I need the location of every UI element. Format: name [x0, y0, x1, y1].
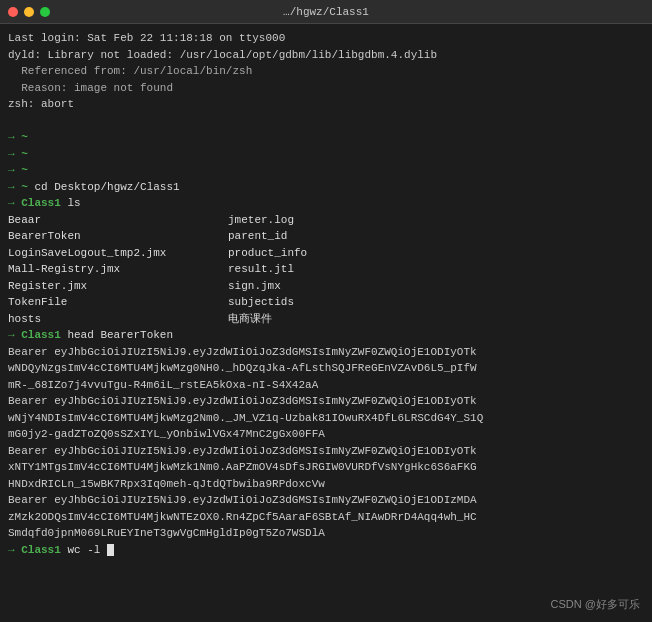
terminal-line: → Class1 wc -l	[8, 542, 644, 559]
terminal-line: LoginSaveLogout_tmp2.jmxproduct_info	[8, 245, 644, 262]
terminal-line: Bearer eyJhbGciOiJIUzI5NiJ9.eyJzdWIiOiJo…	[8, 393, 644, 410]
terminal-line: Bearer eyJhbGciOiJIUzI5NiJ9.eyJzdWIiOiJo…	[8, 443, 644, 460]
terminal-line: Bearer eyJhbGciOiJIUzI5NiJ9.eyJzdWIiOiJo…	[8, 492, 644, 509]
terminal-line: → Class1 head BearerToken	[8, 327, 644, 344]
terminal-line: → Class1 ls	[8, 195, 644, 212]
terminal-line: wNDQyNzgsImV4cCI6MTU4MjkwMzg0NH0._hDQzqJ…	[8, 360, 644, 377]
terminal-line: HNDxdRICLn_15wBK7Rpx3Iq0meh-qJtdQTbwiba9…	[8, 476, 644, 493]
terminal-line: → ~	[8, 162, 644, 179]
terminal-line: Bearer eyJhbGciOiJIUzI5NiJ9.eyJzdWIiOiJo…	[8, 344, 644, 361]
minimize-button[interactable]	[24, 7, 34, 17]
terminal-line: mR-_68IZo7j4vvuTgu-R4m6iL_rstEA5kOxa-nI-…	[8, 377, 644, 394]
terminal-line: hosts电商课件	[8, 311, 644, 328]
terminal-line	[8, 113, 644, 130]
terminal-line: Beaarjmeter.log	[8, 212, 644, 229]
title-bar: …/hgwz/Class1	[0, 0, 652, 24]
window-controls	[8, 7, 88, 17]
watermark: CSDN @好多可乐	[551, 597, 640, 612]
terminal-line: mG0jy2-gadZToZQ0sSZxIYL_yOnbiwlVGx47MnC2…	[8, 426, 644, 443]
terminal-line: → ~	[8, 129, 644, 146]
close-button[interactable]	[8, 7, 18, 17]
terminal-line: BearerTokenparent_id	[8, 228, 644, 245]
window-title: …/hgwz/Class1	[88, 6, 564, 18]
terminal-line: xNTY1MTgsImV4cCI6MTU4MjkwMzk1Nm0.AaPZmOV…	[8, 459, 644, 476]
terminal-line: → ~	[8, 146, 644, 163]
terminal-line: zsh: abort	[8, 96, 644, 113]
terminal-line: TokenFilesubjectids	[8, 294, 644, 311]
terminal-line: Last login: Sat Feb 22 11:18:18 on ttys0…	[8, 30, 644, 47]
terminal-content[interactable]: Last login: Sat Feb 22 11:18:18 on ttys0…	[0, 24, 652, 622]
terminal-line: Register.jmxsign.jmx	[8, 278, 644, 295]
terminal-window: …/hgwz/Class1 Last login: Sat Feb 22 11:…	[0, 0, 652, 622]
terminal-line: → ~ cd Desktop/hgwz/Class1	[8, 179, 644, 196]
terminal-line: Mall-Registry.jmxresult.jtl	[8, 261, 644, 278]
terminal-line: Smdqfd0jpnM069LRuEYIneT3gwVgCmHgldIp0gT5…	[8, 525, 644, 542]
maximize-button[interactable]	[40, 7, 50, 17]
terminal-line: wNjY4NDIsImV4cCI6MTU4MjkwMzg2Nm0._JM_VZ1…	[8, 410, 644, 427]
terminal-line: zMzk2ODQsImV4cCI6MTU4MjkwNTEzOX0.Rn4ZpCf…	[8, 509, 644, 526]
terminal-line: Referenced from: /usr/local/bin/zsh	[8, 63, 644, 80]
terminal-line: dyld: Library not loaded: /usr/local/opt…	[8, 47, 644, 64]
terminal-line: Reason: image not found	[8, 80, 644, 97]
